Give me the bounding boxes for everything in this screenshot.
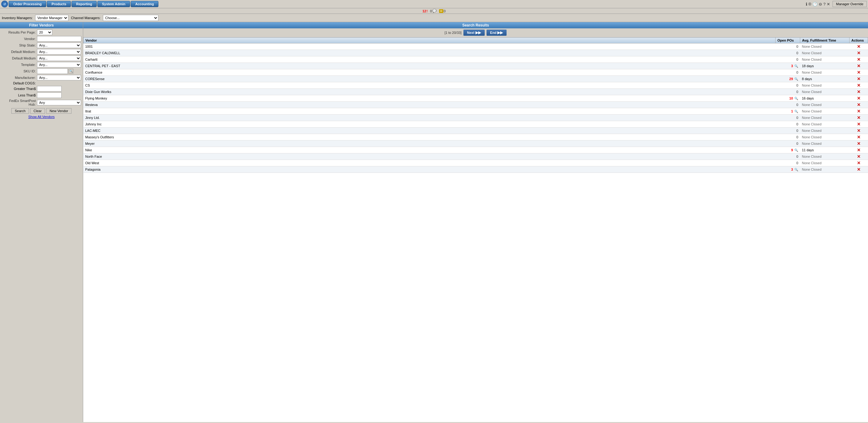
default-medium-select[interactable]: Any... — [37, 49, 81, 55]
vendor-name[interactable]: Meyer — [84, 140, 776, 147]
vendor-name[interactable]: Illesteva — [84, 102, 776, 108]
avg-fulfillment-cell: None Closed — [800, 69, 849, 76]
vendor-name[interactable]: Carhartt — [84, 56, 776, 63]
show-all-vendors-link[interactable]: Show All Vendors — [2, 115, 81, 119]
delete-vendor-button[interactable]: ✕ — [857, 102, 861, 107]
delete-vendor-button[interactable]: ✕ — [857, 135, 861, 139]
delete-vendor-button[interactable]: ✕ — [857, 83, 861, 88]
main-layout: Filter Vendors Results Per Page: 20 50 1… — [0, 22, 868, 422]
next-button[interactable]: Next ▶▶ — [463, 30, 485, 36]
delete-vendor-button[interactable]: ✕ — [857, 141, 861, 146]
vendor-name[interactable]: Johnny Inc — [84, 121, 776, 128]
reporting-btn[interactable]: Reporting — [71, 1, 97, 7]
end-label: End — [490, 31, 497, 34]
avg-fulfillment-cell: None Closed — [800, 154, 849, 160]
default-medium2-select[interactable]: Any... — [37, 56, 81, 61]
help-icon[interactable]: ? — [823, 2, 826, 6]
template-select[interactable]: Any... — [37, 62, 81, 67]
close-icon[interactable]: ✕ — [827, 2, 830, 6]
vendor-name[interactable]: CENTRAL PET - EAST — [84, 63, 776, 69]
vendor-name[interactable]: Massey's Outfitters — [84, 134, 776, 140]
avg-fulfillment-cell: 18 days — [800, 63, 849, 69]
po-search-icon[interactable]: 🔍 — [794, 110, 798, 113]
delete-vendor-button[interactable]: ✕ — [857, 57, 861, 62]
order-processing-btn[interactable]: Order Processing — [9, 1, 46, 7]
delete-vendor-button[interactable]: ✕ — [857, 128, 861, 133]
open-pos-cell: 3 🔍 — [776, 166, 800, 173]
delete-vendor-button[interactable]: ✕ — [857, 122, 861, 127]
ship-state-select[interactable]: Any... — [37, 42, 81, 48]
vendor-name[interactable]: CS — [84, 82, 776, 89]
delete-vendor-button[interactable]: ✕ — [857, 154, 861, 159]
avg-fulfillment-cell: None Closed — [800, 50, 849, 56]
clock-icon[interactable]: 🕐 — [812, 2, 817, 6]
vendor-name[interactable]: Flying Monkey — [84, 95, 776, 102]
po-search-icon[interactable]: 🔍 — [794, 149, 798, 152]
delete-vendor-button[interactable]: ✕ — [857, 89, 861, 94]
po-search-icon[interactable]: 🔍 — [794, 168, 798, 171]
vendor-row: Vendor: — [2, 36, 81, 41]
sku-search-button[interactable]: 🔍 — [68, 69, 73, 74]
fedex-select[interactable]: Any — [37, 100, 81, 105]
vendor-input[interactable] — [37, 36, 81, 41]
results-per-page-select[interactable]: 20 50 100 — [37, 30, 52, 35]
delete-vendor-button[interactable]: ✕ — [857, 70, 861, 75]
delete-vendor-button[interactable]: ✕ — [857, 51, 861, 56]
manager-override-button[interactable]: Manager Override — [833, 1, 867, 7]
channel-managers-select[interactable]: Choose... — [103, 15, 158, 21]
table-row: Illesteva0None Closed✕ — [84, 102, 868, 108]
accounting-btn[interactable]: Accounting — [131, 1, 159, 7]
vendor-name[interactable]: 1001 — [84, 43, 776, 50]
vendor-name[interactable]: Dixie Gun Worlks — [84, 89, 776, 95]
vendor-name[interactable]: LAC-MEC — [84, 128, 776, 134]
registered-icon[interactable]: ® — [809, 2, 812, 6]
vendor-name[interactable]: Itrat — [84, 108, 776, 115]
delete-vendor-button[interactable]: ✕ — [857, 63, 861, 68]
delete-vendor-button[interactable]: ✕ — [857, 76, 861, 82]
vendor-name[interactable]: Old West — [84, 160, 776, 166]
vendor-name[interactable]: Jinny Ltd. — [84, 115, 776, 121]
delete-vendor-button[interactable]: ✕ — [857, 161, 861, 165]
vendor-name[interactable]: Patagonia — [84, 166, 776, 173]
vendor-name[interactable]: CORESense — [84, 76, 776, 82]
po-search-icon[interactable]: 🔍 — [794, 64, 798, 68]
sku-id-input[interactable] — [37, 68, 68, 74]
actions-cell: ✕ — [849, 134, 868, 140]
manufacturer-select[interactable]: Any... — [37, 75, 81, 80]
avg-fulfillment-cell: None Closed — [800, 89, 849, 95]
clear-button[interactable]: Clear — [30, 108, 45, 114]
default-cogs-row: Default COGS: — [2, 82, 81, 85]
delete-vendor-button[interactable]: ✕ — [857, 167, 861, 172]
new-vendor-button[interactable]: New Vendor — [46, 108, 71, 114]
table-row: CENTRAL PET - EAST3 🔍18 days✕ — [84, 63, 868, 69]
system-admin-btn[interactable]: System Admin — [97, 1, 130, 7]
greater-than-input[interactable] — [37, 86, 62, 92]
delete-vendor-button[interactable]: ✕ — [857, 44, 861, 49]
po-search-icon[interactable]: 🔍 — [794, 97, 798, 100]
end-button[interactable]: End ▶▶ — [487, 30, 507, 36]
minus-circle-icon[interactable]: ⊖ — [819, 2, 822, 6]
avg-fulfillment-cell: None Closed — [800, 134, 849, 140]
vendor-name[interactable]: Nike — [84, 147, 776, 154]
delete-vendor-button[interactable]: ✕ — [857, 115, 861, 120]
search-button[interactable]: Search — [11, 108, 29, 114]
vendor-name[interactable]: Confluence — [84, 69, 776, 76]
delete-vendor-button[interactable]: ✕ — [857, 148, 861, 153]
table-row: Johnny Inc0None Closed✕ — [84, 121, 868, 128]
delete-vendor-button[interactable]: ✕ — [857, 109, 861, 114]
logo-button[interactable]: ↺ — [1, 1, 8, 7]
delete-vendor-button[interactable]: ✕ — [857, 96, 861, 101]
po-search-icon[interactable]: 🔍 — [794, 77, 798, 81]
avg-fulfillment-cell: None Closed — [800, 166, 849, 173]
open-pos-cell: 0 — [776, 56, 800, 63]
vendor-name[interactable]: BRADLEY CALDWELL — [84, 50, 776, 56]
products-btn[interactable]: Products — [47, 1, 71, 7]
table-row: Patagonia3 🔍None Closed✕ — [84, 166, 868, 173]
manufacturer-row: Manufacturer: Any... — [2, 75, 81, 80]
info-icon[interactable]: ℹ — [806, 2, 807, 6]
avg-fulfillment-cell: 16 days — [800, 95, 849, 102]
table-row: LAC-MEC0None Closed✕ — [84, 128, 868, 134]
less-than-input[interactable] — [37, 92, 62, 98]
vendor-name[interactable]: North Face — [84, 154, 776, 160]
inventory-managers-select[interactable]: Vendor Manager — [35, 15, 68, 21]
